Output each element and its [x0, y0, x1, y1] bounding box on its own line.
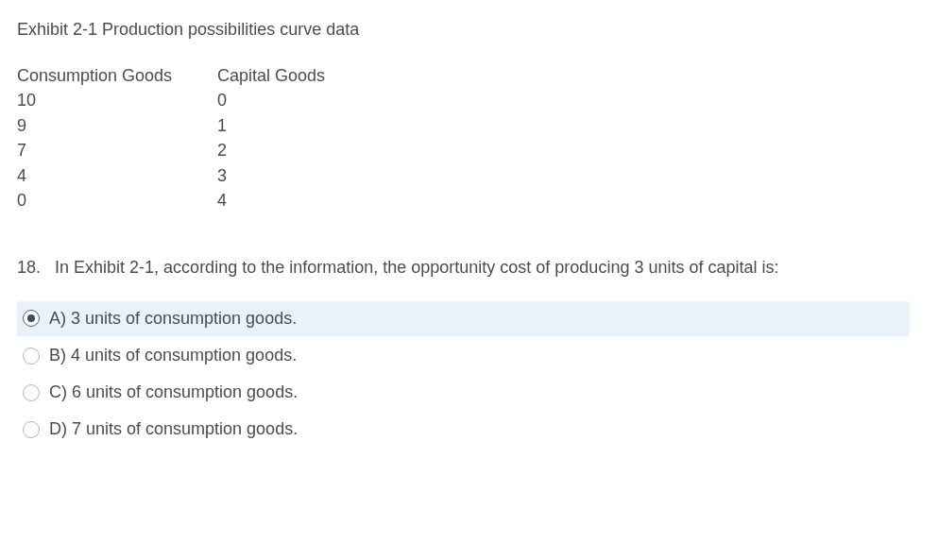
- option-b[interactable]: B) 4 units of consumption goods.: [17, 338, 910, 373]
- table-row: 0 4: [17, 188, 921, 212]
- option-d[interactable]: D) 7 units of consumption goods.: [17, 412, 910, 447]
- cell-consumption: 4: [17, 163, 217, 188]
- cell-capital: 1: [217, 113, 227, 138]
- option-a[interactable]: A) 3 units of consumption goods.: [17, 301, 910, 336]
- exhibit-title: Exhibit 2-1 Production possibilities cur…: [17, 17, 921, 42]
- radio-icon: [23, 384, 40, 401]
- table-row: 9 1: [17, 113, 921, 138]
- header-consumption: Consumption Goods: [17, 63, 217, 88]
- cell-consumption: 0: [17, 188, 217, 212]
- table-row: 7 2: [17, 138, 921, 162]
- question-number: 18.: [17, 258, 41, 277]
- option-label: C) 6 units of consumption goods.: [49, 381, 298, 404]
- question-text: In Exhibit 2-1, according to the informa…: [55, 258, 778, 277]
- cell-capital: 2: [217, 138, 227, 162]
- radio-icon: [23, 421, 40, 438]
- table-header-row: Consumption Goods Capital Goods: [17, 63, 921, 88]
- data-table: Consumption Goods Capital Goods 10 0 9 1…: [17, 63, 921, 213]
- radio-icon: [23, 348, 40, 365]
- table-row: 10 0: [17, 88, 921, 112]
- cell-capital: 3: [217, 163, 227, 188]
- option-label: A) 3 units of consumption goods.: [49, 307, 297, 331]
- radio-icon: [23, 310, 40, 327]
- header-capital: Capital Goods: [217, 63, 325, 88]
- question-block: 18. In Exhibit 2-1, according to the inf…: [17, 255, 921, 280]
- option-label: B) 4 units of consumption goods.: [49, 344, 297, 367]
- cell-capital: 0: [217, 88, 227, 112]
- options-list: A) 3 units of consumption goods. B) 4 un…: [17, 301, 910, 448]
- cell-consumption: 9: [17, 113, 217, 138]
- option-label: D) 7 units of consumption goods.: [49, 417, 298, 441]
- cell-consumption: 7: [17, 138, 217, 162]
- cell-capital: 4: [217, 188, 227, 212]
- option-c[interactable]: C) 6 units of consumption goods.: [17, 375, 910, 410]
- cell-consumption: 10: [17, 88, 217, 112]
- table-row: 4 3: [17, 163, 921, 188]
